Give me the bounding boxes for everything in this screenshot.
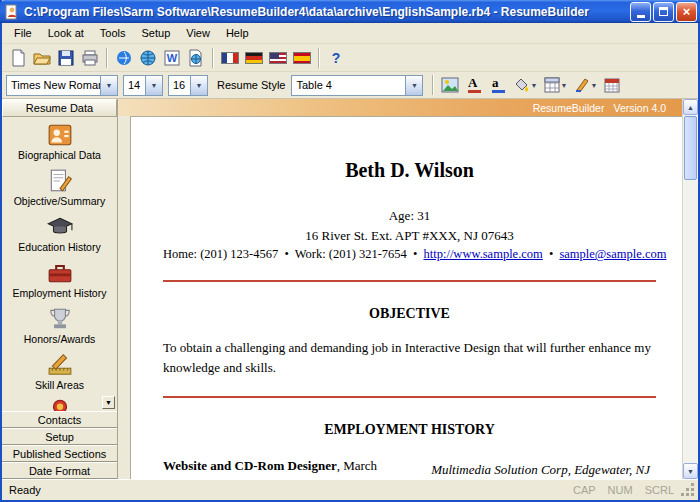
menu-tools[interactable]: Tools <box>92 24 134 42</box>
printer-icon <box>81 49 99 67</box>
sidebar-button-setup[interactable]: Setup <box>2 428 117 445</box>
menu-file[interactable]: File <box>6 24 40 42</box>
chevron-down-icon[interactable]: ▼ <box>145 76 162 95</box>
chevron-down-icon[interactable]: ▼ <box>100 76 117 95</box>
resume-email-link[interactable]: sample@sample.com <box>559 247 666 261</box>
flag-france-button[interactable] <box>218 46 242 69</box>
scroll-down-icon[interactable]: ▼ <box>683 463 698 479</box>
job-entry: Website and CD-Rom Designer, March 2001 … <box>163 456 656 479</box>
html-export-button[interactable] <box>184 46 208 69</box>
flag-usa-button[interactable] <box>266 46 290 69</box>
word-document-icon: W <box>163 49 181 67</box>
globe-button[interactable] <box>136 46 160 69</box>
sidebar-button-date-format[interactable]: Date Format <box>2 462 117 479</box>
id-card-icon <box>47 122 73 148</box>
flag-germany-icon <box>245 52 263 64</box>
sidebar-item-partial[interactable] <box>2 398 117 411</box>
resume-address: 16 River St. Ext. APT #XXX, NJ 07643 <box>163 228 656 244</box>
main-toolbar: W ? <box>2 44 698 72</box>
scrollbar-track[interactable] <box>683 115 698 463</box>
line-spacing-combo[interactable]: 16 ▼ <box>168 75 208 96</box>
status-bar: Ready CAP NUM SCRL <box>2 479 698 500</box>
help-button[interactable]: ? <box>324 46 348 69</box>
table-borders-button[interactable]: ▼ <box>540 74 570 97</box>
sidebar-item-biographical-data[interactable]: Biographical Data <box>2 122 117 168</box>
maximize-button[interactable] <box>653 2 674 22</box>
flag-germany-button[interactable] <box>242 46 266 69</box>
insert-date-button[interactable] <box>600 74 624 97</box>
chevron-down-icon[interactable]: ▼ <box>190 76 207 95</box>
font-size-value: 14 <box>124 76 145 95</box>
format-toolbar: Times New Roman ▼ 14 ▼ 16 ▼ Resume Style… <box>2 72 698 99</box>
title-bar[interactable]: C:\Program Files\Sarm Software\ResumeBui… <box>0 0 700 23</box>
resume-style-label: Resume Style <box>217 79 285 91</box>
menu-look-at[interactable]: Look at <box>40 24 92 42</box>
font-color-button[interactable]: A <box>462 74 486 97</box>
internet-explorer-icon <box>115 49 133 67</box>
scrollbar-thumb[interactable] <box>684 116 697 180</box>
insert-image-icon <box>441 77 459 93</box>
status-cap: CAP <box>573 484 596 496</box>
new-document-button[interactable] <box>6 46 30 69</box>
flag-spain-button[interactable] <box>290 46 314 69</box>
graduation-cap-icon <box>47 214 73 240</box>
sidebar-item-education-history[interactable]: Education History <box>2 214 117 260</box>
save-button[interactable] <box>54 46 78 69</box>
content-area: ResumeBuilder Version 4.0 Beth D. Wilson… <box>118 99 698 479</box>
pencil-ruler-icon <box>47 352 73 378</box>
sidebar-item-employment-history[interactable]: Employment History <box>2 260 117 306</box>
scroll-up-icon[interactable]: ▲ <box>683 99 698 115</box>
text-color-button[interactable]: a <box>486 74 510 97</box>
internet-explorer-button[interactable] <box>112 46 136 69</box>
print-button[interactable] <box>78 46 102 69</box>
status-text: Ready <box>4 482 567 498</box>
font-family-combo[interactable]: Times New Roman ▼ <box>6 75 118 96</box>
resume-style-combo[interactable]: Table 4 ▼ <box>291 75 423 96</box>
help-icon: ? <box>332 50 341 66</box>
main-area: Resume Data Biographical Data Objective/… <box>2 99 698 479</box>
resume-website-link[interactable]: http://www.sample.com <box>424 247 543 261</box>
line-spacing-value: 16 <box>169 76 190 95</box>
fill-color-button[interactable]: ▼ <box>510 74 540 97</box>
window-title: C:\Program Files\Sarm Software\ResumeBui… <box>24 5 628 19</box>
employment-heading: EMPLOYMENT HISTORY <box>163 422 656 438</box>
document-pencil-icon <box>47 168 73 194</box>
flag-france-icon <box>221 52 239 64</box>
resume-style-value: Table 4 <box>292 76 405 95</box>
menu-help[interactable]: Help <box>218 24 257 42</box>
chevron-down-icon: ▼ <box>561 82 568 89</box>
word-export-button[interactable]: W <box>160 46 184 69</box>
sidebar-item-objective-summary[interactable]: Objective/Summary <box>2 168 117 214</box>
sidebar-header-resume-data[interactable]: Resume Data <box>2 99 117 117</box>
menu-bar: File Look at Tools Setup View Help <box>2 23 698 44</box>
status-num: NUM <box>608 484 633 496</box>
insert-image-button[interactable] <box>438 74 462 97</box>
menu-setup[interactable]: Setup <box>134 24 179 42</box>
new-document-icon <box>9 49 27 67</box>
chevron-down-icon[interactable]: ▼ <box>405 76 422 95</box>
minimize-button[interactable] <box>630 2 651 22</box>
open-file-button[interactable] <box>30 46 54 69</box>
font-color-a-icon: a <box>492 77 505 93</box>
ribbon-award-icon <box>47 398 73 411</box>
resume-preview[interactable]: Beth D. Wilson Age: 31 16 River St. Ext.… <box>130 116 682 479</box>
sidebar-item-honors-awards[interactable]: Honors/Awards <box>2 306 117 352</box>
highlight-pen-icon <box>574 77 590 93</box>
font-size-combo[interactable]: 14 ▼ <box>123 75 163 96</box>
chevron-down-icon: ▼ <box>531 82 538 89</box>
sidebar-scroll-down-button[interactable]: ▼ <box>102 396 115 409</box>
resize-grip[interactable] <box>680 482 696 498</box>
table-grid-icon <box>544 77 560 93</box>
resume-work-phone: Work: (201) 321-7654 <box>295 247 407 261</box>
chevron-down-icon: ▼ <box>591 82 598 89</box>
font-family-value: Times New Roman <box>7 76 100 95</box>
sidebar-item-skill-areas[interactable]: Skill Areas <box>2 352 117 398</box>
close-button[interactable]: × <box>676 2 697 22</box>
sidebar-button-contacts[interactable]: Contacts <box>2 411 117 428</box>
vertical-scrollbar[interactable]: ▲ ▼ <box>682 99 698 479</box>
sidebar-button-published-sections[interactable]: Published Sections <box>2 445 117 462</box>
highlight-button[interactable]: ▼ <box>570 74 600 97</box>
menu-view[interactable]: View <box>178 24 218 42</box>
globe-icon <box>139 49 157 67</box>
font-color-A-icon: A <box>468 77 481 93</box>
